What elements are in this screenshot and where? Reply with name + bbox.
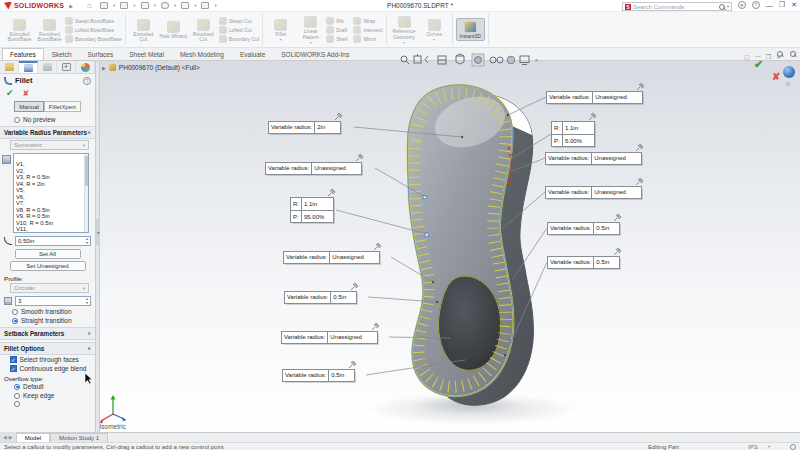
undo-caret-icon[interactable]: ▾	[194, 3, 196, 8]
callout-v6[interactable]: Variable radius: Unassigned	[281, 331, 378, 344]
open-icon[interactable]	[120, 2, 128, 9]
vertex-list[interactable]: V1, V2, V3, R = 0.5in V4, R = 2in V5, V6…	[13, 153, 89, 233]
callout-value[interactable]: Unassigned	[311, 163, 361, 174]
callout-p1-right[interactable]: R: 1.1in P: 5.00%	[551, 121, 595, 147]
pushpin-icon[interactable]	[613, 213, 622, 223]
boundary-cut-button[interactable]: Boundary Cut	[219, 35, 260, 43]
setback-section-header[interactable]: Setback Parameters∨	[0, 327, 95, 340]
tab-configurations[interactable]	[38, 61, 57, 73]
radius-input[interactable]: 0.50in ▴▾	[15, 236, 91, 246]
set-all-button[interactable]: Set All	[15, 249, 81, 259]
p-value[interactable]: 5.00%	[562, 134, 594, 147]
minimize-button[interactable]: —	[766, 2, 773, 9]
lofted-cut-button[interactable]: Lofted Cut	[219, 26, 260, 34]
tree-root-node[interactable]: PH0009670 (Default) <Full>	[119, 64, 200, 71]
continuous-edge-blend-checkbox[interactable]: ✓	[10, 365, 17, 372]
options-caret-icon[interactable]: ▾	[174, 3, 176, 8]
new-caret-icon[interactable]: ▾	[113, 3, 115, 8]
units-caret-icon[interactable]: ▾	[768, 444, 770, 449]
pushpin-icon[interactable]	[327, 188, 336, 198]
curves-button[interactable]: Curves▾	[420, 17, 449, 43]
callout-value[interactable]: Unassigned	[591, 153, 641, 164]
redo-caret-icon[interactable]: ▾	[214, 3, 216, 8]
panel-splitter[interactable]: ◂	[96, 61, 100, 432]
confirm-ok-button[interactable]: ✔	[754, 58, 763, 71]
r-value[interactable]: 1.1in	[301, 198, 333, 210]
callout-value[interactable]: Unassigned	[327, 332, 377, 343]
shell-button[interactable]: Shell	[326, 35, 347, 43]
tab-sheet-metal[interactable]: Sheet Metal	[121, 48, 172, 60]
keep-edge-radio[interactable]	[14, 393, 20, 399]
login-icon[interactable]: ●	[738, 1, 746, 9]
swept-cut-button[interactable]: Swept Cut	[219, 17, 260, 25]
callout-v4[interactable]: Variable radius: 2in	[268, 121, 341, 134]
callout-v9[interactable]: Variable radius: 0.5in	[282, 369, 355, 382]
tab-property-manager[interactable]	[19, 61, 38, 73]
tab-scroll-left-icon[interactable]: ◀	[3, 434, 7, 440]
expand-icon[interactable]: ∨	[87, 330, 91, 337]
pushpin-icon[interactable]	[350, 282, 359, 292]
collapse-icon[interactable]: ∧	[87, 129, 91, 136]
straight-transition-radio[interactable]	[12, 318, 18, 324]
pushpin-icon[interactable]	[355, 153, 364, 163]
reference-geometry-button[interactable]: Reference Geometry▾	[390, 14, 419, 45]
tab-solidworks-addins[interactable]: SOLIDWORKS Add-Ins	[273, 48, 357, 60]
tab-mesh-modeling[interactable]: Mesh Modeling	[172, 48, 232, 60]
new-document-icon[interactable]	[100, 2, 108, 9]
pushpin-icon[interactable]	[635, 143, 644, 153]
doc-close-icon[interactable]: ✕	[776, 53, 781, 60]
open-caret-icon[interactable]: ▾	[133, 3, 135, 8]
callout-v1[interactable]: Variable radius: Unassigned	[546, 91, 643, 104]
tab-feature-tree[interactable]	[0, 61, 19, 73]
extruded-cut-button[interactable]: Extruded Cut	[129, 17, 158, 43]
pushpin-icon[interactable]	[371, 322, 380, 332]
search-commands-box[interactable]: S Search Commands ▾	[622, 2, 732, 11]
select-through-faces-checkbox[interactable]: ✓	[10, 356, 17, 363]
heads-up-view-toolbar[interactable]: ▾	[398, 53, 548, 67]
callout-v3[interactable]: Variable radius: 0.5in	[547, 256, 620, 269]
status-gear-icon[interactable]	[790, 444, 796, 450]
brand-menu-caret-icon[interactable]: ▶	[69, 3, 73, 9]
hole-wizard-button[interactable]: Hole Wizard	[159, 19, 188, 40]
revolved-boss-button[interactable]: Revolved Boss/Base	[35, 17, 64, 43]
search-input[interactable]: Search Commands	[633, 4, 717, 10]
collapse-icon[interactable]: ∧	[87, 345, 91, 352]
rib-button[interactable]: Rib	[326, 17, 347, 25]
callout-value[interactable]: Unassigned	[591, 187, 641, 198]
flyout-feature-tree[interactable]: ▶ PH0009670 (Default) <Full>	[102, 64, 200, 71]
tab-display-manager[interactable]	[76, 61, 95, 73]
restore-button[interactable]: ❒	[779, 1, 785, 9]
callout-value[interactable]: 0.5in	[593, 257, 619, 268]
callout-value[interactable]: 2in	[314, 122, 340, 133]
options-gear-icon[interactable]	[161, 2, 169, 9]
set-unassigned-button[interactable]: Set Unassigned	[10, 261, 86, 271]
manual-mode-button[interactable]: Manual	[14, 101, 44, 112]
instances-input[interactable]: 3 ▴▾	[15, 296, 91, 306]
tab-model[interactable]: Model	[16, 433, 50, 442]
callout-v10[interactable]: Variable radius: 0.5in	[547, 222, 620, 235]
units-label[interactable]: IPS	[748, 444, 758, 450]
smooth-transition-radio[interactable]	[12, 309, 18, 315]
tab-scroll-controls[interactable]: ◀ ▶	[0, 432, 16, 442]
part-model[interactable]	[408, 85, 534, 405]
callout-v7[interactable]: Variable radius: Unassigned	[545, 186, 642, 199]
model-3d-view[interactable]	[96, 61, 800, 432]
list-scrollbar[interactable]	[84, 154, 88, 232]
keep-surface-radio[interactable]	[14, 401, 20, 407]
variable-radius-section-header[interactable]: Variable Radius Parameters∧	[0, 126, 95, 139]
callout-value[interactable]: Unassigned	[329, 252, 379, 263]
pushpin-icon[interactable]	[588, 112, 597, 122]
mirror-button[interactable]: Mirror	[353, 35, 382, 43]
callout-value[interactable]: 0.5in	[593, 223, 619, 234]
doc-newwindow-icon[interactable]: ▢	[744, 53, 750, 60]
undo-icon[interactable]	[181, 2, 189, 9]
search-icon[interactable]	[719, 4, 725, 10]
tab-features[interactable]: Features	[2, 48, 44, 60]
callout-p1-left[interactable]: R: 1.1in P: 95.00%	[290, 197, 334, 223]
no-preview-radio[interactable]	[14, 117, 20, 123]
fillet-caret-icon[interactable]: ▾	[280, 37, 282, 42]
view-navigator-sphere[interactable]	[783, 66, 795, 78]
cancel-button[interactable]: ✘	[23, 89, 30, 98]
callout-v8[interactable]: Variable radius: 0.5in	[284, 291, 357, 304]
callout-v11[interactable]: Variable radius: Unassigned	[545, 152, 642, 165]
